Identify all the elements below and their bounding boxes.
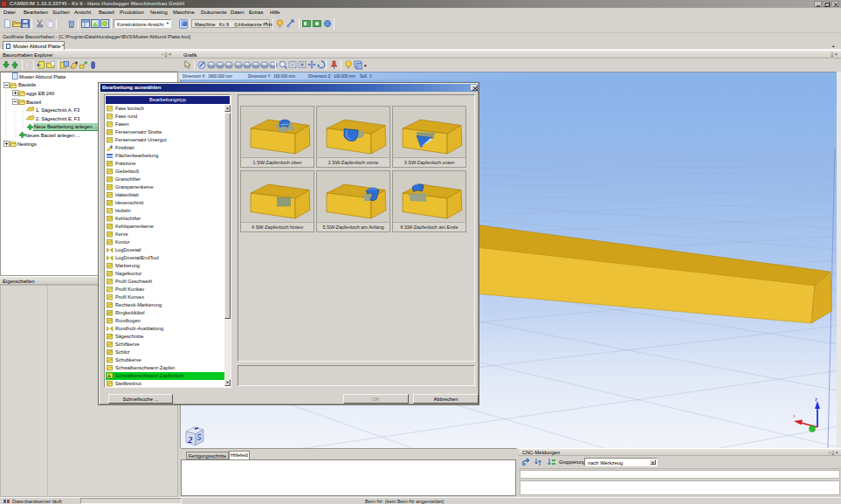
svg-text:x: x xyxy=(793,413,796,418)
svg-text:z: z xyxy=(815,397,817,402)
svg-text:5: 5 xyxy=(197,432,202,442)
svg-text:2: 2 xyxy=(187,434,193,445)
